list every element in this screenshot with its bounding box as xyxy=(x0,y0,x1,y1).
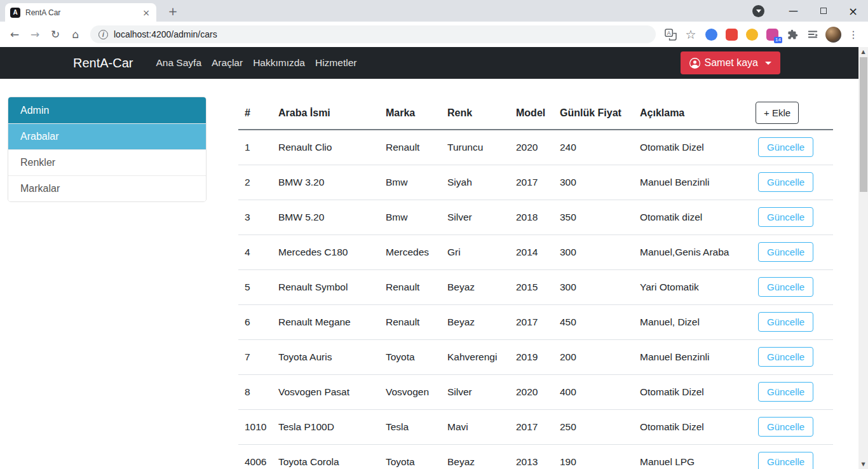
column-header-model: Model xyxy=(510,97,553,130)
update-button[interactable]: Güncelle xyxy=(758,417,813,437)
extension-badge: 14 xyxy=(774,37,782,43)
update-button[interactable]: Güncelle xyxy=(758,452,813,469)
table-row: 3 BMW 5.20 Bmw Silver 2018 350 Otomatik … xyxy=(238,200,833,234)
kebab-menu-icon[interactable]: ⋮ xyxy=(844,25,863,44)
profile-avatar-icon[interactable] xyxy=(824,25,843,44)
sidebar-item-markalar[interactable]: Markalar xyxy=(8,175,206,201)
browser-addressbar: ← → ↻ ⌂ i localhost:4200/admin/cars A ☆ … xyxy=(0,22,868,47)
extension-red-glyph xyxy=(726,29,738,41)
cell-price: 300 xyxy=(553,165,634,200)
browser-tab[interactable]: A RentA Car × xyxy=(5,3,156,22)
cell-name: Toyota Corola xyxy=(272,444,379,469)
cell-id: 2 xyxy=(238,165,272,200)
cell-brand: Mercedes xyxy=(379,234,441,269)
cell-model: 2017 xyxy=(510,304,553,339)
back-icon[interactable]: ← xyxy=(5,25,24,44)
window-close-button[interactable]: × xyxy=(838,0,868,22)
angular-favicon-icon: A xyxy=(10,8,20,18)
cell-model: 2017 xyxy=(510,409,553,444)
url-text: localhost:4200/admin/cars xyxy=(114,29,217,39)
update-button[interactable]: Güncelle xyxy=(758,382,813,402)
cell-id: 4 xyxy=(238,234,272,269)
cell-price: 240 xyxy=(553,130,634,165)
update-button[interactable]: Güncelle xyxy=(758,312,813,332)
update-button[interactable]: Güncelle xyxy=(758,207,813,227)
cell-actions: Güncelle xyxy=(747,444,833,469)
cell-actions: Güncelle xyxy=(747,234,833,269)
cell-color: Beyaz xyxy=(441,269,510,304)
cell-color: Turuncu xyxy=(441,130,510,165)
update-button[interactable]: Güncelle xyxy=(758,347,813,367)
window-maximize-button[interactable] xyxy=(808,0,838,22)
cell-price: 190 xyxy=(553,444,634,469)
page-scrollbar[interactable]: ▲ ▼ xyxy=(858,47,868,469)
extensions-puzzle-icon[interactable] xyxy=(783,25,802,44)
cars-table: # Araba İsmi Marka Renk Model Günlük Fiy… xyxy=(238,97,833,469)
nav-link-ana-sayfa[interactable]: Ana Sayfa xyxy=(151,52,207,74)
site-info-icon[interactable]: i xyxy=(98,30,108,39)
brand-link[interactable]: RentA-Car xyxy=(73,56,133,71)
update-button[interactable]: Güncelle xyxy=(758,137,813,157)
cell-brand: Tesla xyxy=(379,409,441,444)
cell-price: 300 xyxy=(553,269,634,304)
forward-icon[interactable]: → xyxy=(25,25,44,44)
home-icon[interactable]: ⌂ xyxy=(66,25,85,44)
cell-name: Renault Symbol xyxy=(272,269,379,304)
extension-yellow-icon[interactable] xyxy=(742,25,761,44)
cell-id: 5 xyxy=(238,269,272,304)
sidebar-item-renkler[interactable]: Renkler xyxy=(8,149,206,175)
cell-actions: Güncelle xyxy=(747,200,833,234)
cell-model: 2014 xyxy=(510,234,553,269)
scroll-up-icon[interactable]: ▲ xyxy=(858,47,868,57)
cell-model: 2018 xyxy=(510,200,553,234)
cell-brand: Vosvogen xyxy=(379,374,441,409)
user-name-label: Samet kaya xyxy=(705,57,758,69)
cell-color: Beyaz xyxy=(441,304,510,339)
window-controls: — × xyxy=(752,0,868,22)
cell-actions: Güncelle xyxy=(747,269,833,304)
cell-description: Otomatik Dizel xyxy=(634,409,747,444)
nav-link-hakkimizda[interactable]: Hakkımızda xyxy=(248,52,310,74)
scroll-down-icon[interactable]: ▼ xyxy=(858,459,868,469)
cell-id: 4006 xyxy=(238,444,272,469)
cell-description: Manuel Benzinli xyxy=(634,165,747,200)
update-button[interactable]: Güncelle xyxy=(758,172,813,192)
admin-sidebar: Admin Arabalar Renkler Markalar xyxy=(8,97,207,202)
extension-pink-icon[interactable]: 14 xyxy=(763,25,782,44)
translate-icon[interactable]: A xyxy=(661,25,680,44)
tab-close-icon[interactable]: × xyxy=(141,8,151,18)
cell-color: Beyaz xyxy=(441,444,510,469)
add-button[interactable]: + Ekle xyxy=(756,102,799,124)
update-button[interactable]: Güncelle xyxy=(758,242,813,262)
refresh-icon[interactable]: ↻ xyxy=(46,25,65,44)
cell-description: Manuel,Genis Araba xyxy=(634,234,747,269)
sidebar-item-arabalar[interactable]: Arabalar xyxy=(8,123,206,149)
extension-yellow-glyph xyxy=(746,29,758,41)
table-row: 8 Vosvogen Pasat Vosvogen Silver 2020 40… xyxy=(238,374,833,409)
person-circle-icon xyxy=(689,58,700,69)
table-row: 1010 Tesla P100D Tesla Mavi 2017 250 Oto… xyxy=(238,409,833,444)
window-minimize-button[interactable]: — xyxy=(778,0,808,22)
reading-list-icon[interactable] xyxy=(803,25,822,44)
bookmark-star-icon[interactable]: ☆ xyxy=(681,25,700,44)
sidebar-item-admin[interactable]: Admin xyxy=(8,97,206,123)
svg-text:A: A xyxy=(667,30,670,36)
user-dropdown-button[interactable]: Samet kaya xyxy=(681,51,780,74)
table-row: 5 Renault Symbol Renault Beyaz 2015 300 … xyxy=(238,269,833,304)
scrollbar-thumb[interactable] xyxy=(860,57,867,192)
extension-blue-glyph xyxy=(705,29,717,41)
extension-blue-icon[interactable] xyxy=(702,25,721,44)
avatar xyxy=(825,27,841,43)
browser-update-icon[interactable] xyxy=(752,5,764,17)
nav-link-araclar[interactable]: Araçlar xyxy=(207,52,248,74)
nav-link-hizmetler[interactable]: Hizmetler xyxy=(310,52,362,74)
new-tab-button[interactable]: + xyxy=(165,4,180,20)
extension-red-icon[interactable] xyxy=(722,25,741,44)
column-header-price: Günlük Fiyat xyxy=(553,97,634,130)
cell-description: Manuel, Dizel xyxy=(634,304,747,339)
update-button[interactable]: Güncelle xyxy=(758,277,813,297)
cell-id: 6 xyxy=(238,304,272,339)
cell-name: Mercedes C180 xyxy=(272,234,379,269)
cell-description: Otomatik dizel xyxy=(634,200,747,234)
address-input[interactable]: i localhost:4200/admin/cars xyxy=(90,25,656,43)
